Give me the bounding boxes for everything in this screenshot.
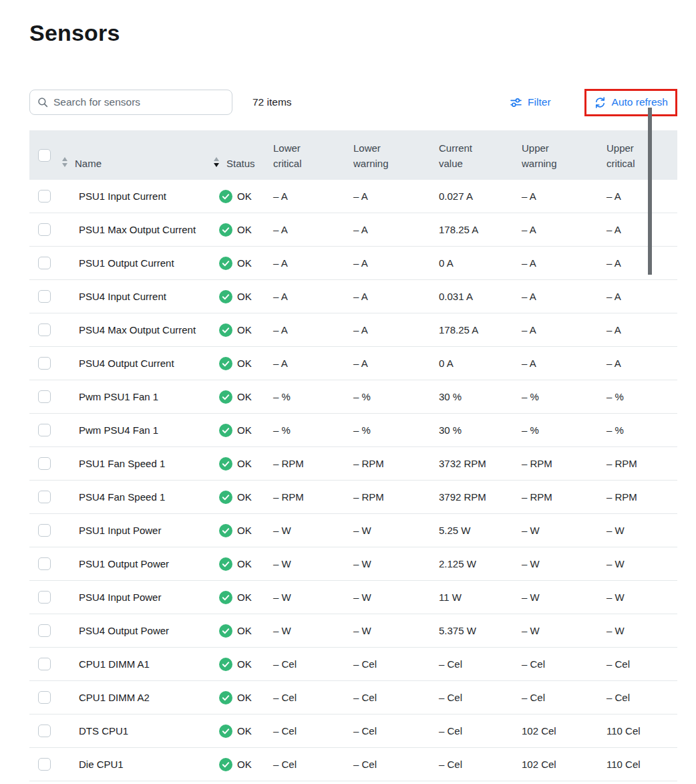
row-checkbox[interactable] [38, 390, 51, 403]
status-ok-icon [219, 557, 232, 571]
row-checkbox-cell [29, 190, 62, 203]
status-ok-icon [219, 758, 232, 771]
row-checkbox[interactable] [38, 424, 51, 436]
row-checkbox[interactable] [38, 290, 51, 303]
row-checkbox-cell [29, 257, 62, 269]
upper-warning-value: 102 Cel [522, 759, 606, 770]
lower-critical-value: – Cel [273, 692, 353, 703]
row-checkbox[interactable] [38, 725, 51, 737]
status-label: OK [237, 257, 252, 269]
upper-critical-value: – W [606, 625, 677, 636]
upper-critical-value: – RPM [606, 491, 677, 503]
status-ok-icon [219, 390, 232, 404]
table-row: PSU1 Output Power OK – W – W 2.125 W – W… [29, 547, 677, 581]
row-checkbox-cell [29, 323, 62, 336]
sensors-table: Name Status Lower critical Lower warning… [29, 130, 677, 781]
status-label: OK [237, 391, 252, 402]
row-checkbox[interactable] [38, 457, 51, 470]
upper-critical-value: – A [606, 324, 677, 336]
row-checkbox[interactable] [38, 524, 51, 537]
lower-critical-value: – A [273, 257, 353, 269]
row-checkbox-cell [29, 491, 62, 503]
upper-warning-value: – W [522, 625, 606, 636]
items-count: 72 items [252, 96, 292, 108]
sensor-name: PSU4 Output Power [62, 625, 214, 636]
status-label: OK [237, 458, 252, 469]
vertical-scrollbar-thumb[interactable] [648, 108, 652, 275]
upper-warning-value: – W [522, 558, 606, 569]
lower-warning-value: – % [353, 391, 439, 402]
select-all-checkbox[interactable] [38, 149, 51, 162]
sort-arrows-icon [62, 157, 67, 167]
upper-warning-value: – % [522, 391, 606, 402]
lower-critical-value: – RPM [273, 491, 353, 503]
upper-critical-value: – RPM [606, 458, 677, 469]
lower-critical-value: – A [273, 190, 353, 202]
lower-critical-value: – W [273, 625, 353, 636]
row-checkbox-cell [29, 290, 62, 303]
refresh-icon [594, 96, 606, 109]
upper-critical-value: – % [606, 391, 677, 402]
lower-warning-value: – Cel [353, 725, 439, 737]
upper-critical-value: – A [606, 291, 677, 302]
lower-warning-value: – A [353, 224, 439, 235]
upper-warning-value: – A [522, 257, 606, 269]
current-value: – Cel [439, 759, 522, 770]
lower-warning-value: – A [353, 291, 439, 302]
upper-critical-value: – Cel [606, 692, 677, 703]
status-label: OK [237, 424, 252, 436]
auto-refresh-button[interactable]: Auto refresh [594, 96, 668, 109]
status-ok-icon [219, 323, 232, 337]
column-header-name[interactable]: Name [62, 156, 214, 180]
status-label: OK [237, 224, 252, 235]
status-ok-icon [219, 424, 232, 437]
sensor-name: PSU4 Max Output Current [62, 324, 214, 336]
search-input[interactable] [53, 96, 225, 108]
sensor-name: PSU4 Input Current [62, 291, 214, 302]
lower-warning-value: – W [353, 625, 439, 636]
row-checkbox-cell [29, 658, 62, 670]
current-value: – Cel [439, 725, 522, 737]
row-checkbox[interactable] [38, 257, 51, 269]
row-checkbox-cell [29, 691, 62, 704]
upper-warning-value: – A [522, 358, 606, 369]
lower-critical-value: – W [273, 525, 353, 536]
row-checkbox[interactable] [38, 223, 51, 236]
row-checkbox[interactable] [38, 624, 51, 637]
lower-critical-value: – Cel [273, 759, 353, 770]
row-checkbox[interactable] [38, 591, 51, 604]
upper-critical-value: – W [606, 525, 677, 536]
row-checkbox[interactable] [38, 691, 51, 704]
row-checkbox[interactable] [38, 557, 51, 570]
row-checkbox-cell [29, 591, 62, 604]
header-checkbox-cell [29, 149, 62, 162]
row-checkbox[interactable] [38, 491, 51, 503]
status-label: OK [237, 692, 252, 703]
lower-critical-value: – W [273, 558, 353, 569]
toolbar: 72 items Filter [29, 86, 677, 118]
lower-warning-value: – W [353, 592, 439, 603]
row-checkbox-cell [29, 390, 62, 403]
row-checkbox[interactable] [38, 190, 51, 203]
row-checkbox[interactable] [38, 357, 51, 370]
lower-warning-value: – Cel [353, 759, 439, 770]
filter-button[interactable]: Filter [510, 96, 550, 109]
status-ok-icon [219, 257, 232, 270]
sensor-name: PSU1 Input Power [62, 525, 214, 536]
upper-critical-value: – A [606, 358, 677, 369]
row-checkbox[interactable] [38, 323, 51, 336]
lower-critical-value: – A [273, 324, 353, 336]
lower-warning-value: – Cel [353, 692, 439, 703]
row-checkbox[interactable] [38, 658, 51, 670]
upper-warning-value: – A [522, 224, 606, 235]
status-cell: OK [214, 624, 273, 638]
lower-warning-value: – A [353, 358, 439, 369]
status-label: OK [237, 491, 252, 503]
annotation-highlight-box: Auto refresh [584, 89, 677, 116]
search-icon [37, 96, 49, 108]
search-box[interactable] [29, 90, 232, 115]
row-checkbox[interactable] [38, 758, 51, 771]
column-header-status[interactable]: Status [214, 156, 273, 180]
table-row: PSU4 Output Power OK – W – W 5.375 W – W… [29, 614, 677, 648]
row-checkbox-cell [29, 424, 62, 436]
